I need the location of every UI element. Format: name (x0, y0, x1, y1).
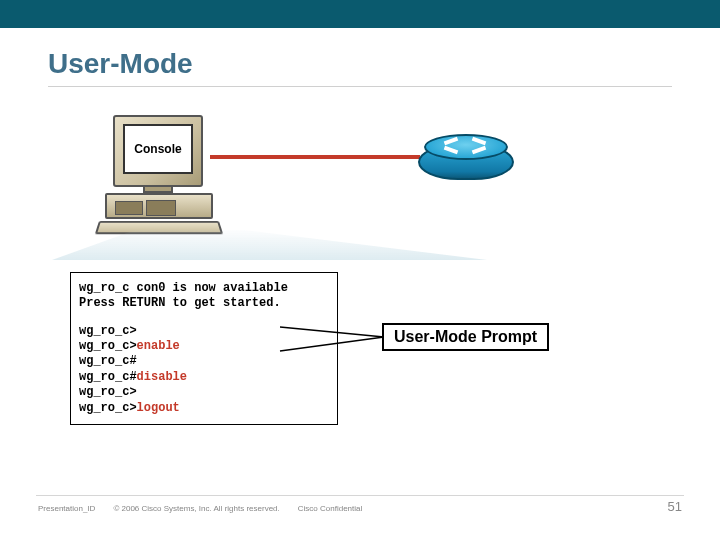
slide-footer: Presentation_ID © 2006 Cisco Systems, In… (38, 499, 682, 514)
monitor-icon: Console (113, 115, 203, 187)
footer-divider (36, 495, 684, 496)
cpu-box (105, 193, 213, 219)
svg-line-0 (280, 327, 384, 337)
router-arrows-icon (442, 136, 492, 156)
confidential-text: Cisco Confidential (298, 504, 362, 513)
copyright-text: © 2006 Cisco Systems, Inc. All rights re… (113, 504, 279, 513)
presentation-id: Presentation_ID (38, 504, 95, 513)
svg-line-1 (280, 337, 384, 351)
console-cable (210, 155, 420, 159)
title-underline (48, 86, 672, 87)
terminal-line: wg_ro_c> (79, 385, 329, 400)
header-bar (0, 0, 720, 28)
spotlight-beam (52, 230, 692, 260)
cisco-router-icon (418, 120, 514, 182)
console-label: Console (123, 124, 193, 174)
desktop-computer-icon: Console (95, 115, 225, 235)
user-mode-prompt-callout: User-Mode Prompt (382, 323, 549, 351)
terminal-line: wg_ro_c>logout (79, 401, 329, 416)
terminal-line: wg_ro_c con0 is now available (79, 281, 329, 296)
terminal-line: wg_ro_c#disable (79, 370, 329, 385)
terminal-line: Press RETURN to get started. (79, 296, 329, 311)
slide-title: User-Mode (48, 48, 193, 80)
terminal-gap (79, 312, 329, 324)
page-number: 51 (668, 499, 682, 514)
